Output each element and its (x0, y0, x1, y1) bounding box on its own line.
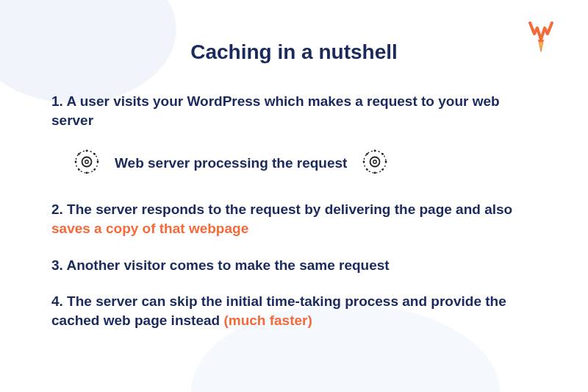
svg-point-7 (86, 172, 88, 174)
wp-rocket-logo (528, 21, 554, 57)
step-2-text: 2. The server responds to the request by… (51, 202, 512, 217)
step-4: 4. The server can skip the initial time-… (51, 292, 537, 329)
processing-row: Web server processing the request (72, 147, 537, 179)
svg-point-14 (374, 150, 376, 152)
content-container: Caching in a nutshell 1. A user visits y… (0, 0, 588, 377)
svg-point-16 (385, 161, 387, 163)
svg-point-2 (85, 160, 88, 163)
svg-point-19 (366, 168, 368, 171)
processing-label: Web server processing the request (115, 155, 347, 171)
step-2: 2. The server responds to the request by… (51, 200, 537, 238)
svg-point-20 (363, 161, 365, 163)
svg-point-4 (93, 153, 96, 155)
svg-point-3 (86, 150, 88, 152)
svg-point-8 (78, 168, 80, 171)
svg-point-10 (78, 153, 80, 155)
page-title: Caching in a nutshell (51, 40, 537, 64)
svg-point-12 (370, 157, 380, 167)
step-3: 3. Another visitor comes to make the sam… (51, 256, 537, 275)
step-4-highlight: (much faster) (223, 313, 312, 328)
svg-point-15 (382, 153, 384, 155)
svg-point-1 (82, 157, 92, 167)
svg-point-18 (374, 172, 376, 174)
svg-point-21 (366, 153, 368, 155)
svg-point-5 (97, 161, 99, 163)
step-1: 1. A user visits your WordPress which ma… (51, 92, 537, 129)
svg-point-13 (373, 160, 376, 163)
gear-icon (360, 147, 390, 179)
step-2-highlight: saves a copy of that webpage (51, 221, 248, 236)
svg-point-17 (382, 168, 384, 171)
svg-point-9 (75, 161, 77, 163)
svg-point-6 (93, 168, 96, 171)
gear-icon (72, 147, 101, 179)
